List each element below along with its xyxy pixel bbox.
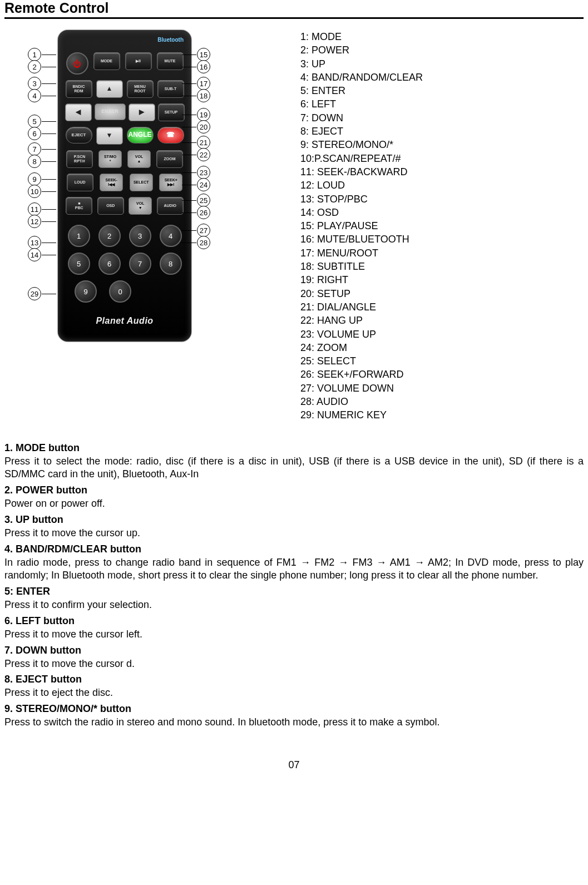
callout-19: 19 [197, 108, 210, 121]
band-button: BND/C RDM [66, 80, 92, 98]
audio-button: AUDIO [157, 197, 184, 215]
callout-13: 13 [28, 236, 41, 249]
callout-2: 2 [28, 60, 41, 73]
button-legend: 1: MODE2: POWER3: UP4: BAND/RANDOM/CLEAR… [300, 30, 579, 422]
legend-item: 10:P.SCAN/REPEAT/# [300, 152, 579, 165]
desc-text: In radio mode, press to change radio ban… [4, 556, 584, 583]
up-button: ▲ [96, 80, 123, 98]
title-underline [4, 17, 584, 19]
desc-heading: 2. POWER button [4, 484, 584, 496]
legend-item: 22: HANG UP [300, 314, 579, 327]
seek-fwd-button: SEEK+ ▶▶I [159, 174, 182, 191]
legend-item: 16: MUTE/BLUETOOTH [300, 233, 579, 246]
page-title: Remote Control [4, 0, 584, 16]
legend-item: 28: AUDIO [300, 395, 579, 408]
callout-16: 16 [197, 60, 210, 73]
numeric-key-3: 3 [129, 225, 151, 247]
legend-item: 8: EJECT [300, 125, 579, 138]
legend-item: 14: OSD [300, 206, 579, 219]
vol-down-button: VOL ▼ [129, 197, 152, 215]
callout-8: 8 [28, 155, 41, 168]
desc-heading: 3. UP button [4, 514, 584, 526]
desc-heading: 8. EJECT button [4, 674, 584, 685]
legend-item: 4: BAND/RANDOM/CLEAR [300, 71, 579, 84]
desc-heading: 6. LEFT button [4, 615, 584, 627]
callout-25: 25 [197, 194, 210, 207]
legend-item: 5: ENTER [300, 84, 579, 97]
power-button: ⏻ [66, 52, 88, 75]
numeric-key-1: 1 [68, 225, 90, 247]
bluetooth-icon: Bluetooth [157, 37, 184, 43]
callout-28: 28 [197, 236, 210, 249]
callout-23: 23 [197, 166, 210, 179]
callout-17: 17 [197, 77, 210, 90]
callout-20: 20 [197, 120, 210, 134]
callout-14: 14 [28, 248, 41, 261]
legend-item: 7: DOWN [300, 111, 579, 125]
desc-heading: 7. DOWN button [4, 645, 584, 656]
callout-3: 3 [28, 77, 41, 90]
loud-button: LOUD [67, 174, 93, 191]
legend-item: 25: SELECT [300, 354, 579, 368]
callout-9: 9 [28, 172, 41, 186]
callout-1: 1 [28, 48, 41, 61]
callout-24: 24 [197, 178, 210, 191]
desc-text: Press it to move the cursor left. [4, 628, 584, 641]
down-button: ▼ [96, 127, 123, 145]
remote-diagram: 123456789101112131429 Bluetooth ⏻ MODE ▶… [4, 30, 278, 364]
callout-5: 5 [28, 115, 41, 128]
setup-button: SETUP [158, 103, 185, 121]
seek-back-button: SEEK- I◀◀ [100, 174, 123, 191]
desc-text: Press it to select the mode: radio, disc… [4, 455, 584, 482]
stop-pbc-button: ■ PBC [66, 197, 92, 215]
callout-12: 12 [28, 215, 41, 228]
callout-6: 6 [28, 127, 41, 140]
pscan-button: P.SCN RPT/# [66, 150, 93, 168]
callout-21: 21 [197, 136, 210, 149]
callout-10: 10 [28, 185, 41, 198]
callout-4: 4 [28, 89, 41, 102]
brand-label: Planet Audio [63, 316, 186, 326]
mode-button: MODE [93, 52, 120, 70]
legend-item: 3: UP [300, 57, 579, 71]
left-button: ◀ [65, 103, 92, 121]
subtitle-button: SUB-T [157, 80, 184, 98]
legend-item: 23: VOLUME UP [300, 328, 579, 341]
mute-button: MUTE [157, 52, 184, 70]
numeric-key-8: 8 [160, 253, 182, 275]
callout-15: 15 [197, 48, 210, 61]
play-pause-button: ▶II [125, 52, 152, 70]
remote-body: Bluetooth ⏻ MODE ▶II MUTE BND/C RDM ▲ ME… [58, 30, 191, 342]
legend-item: 26: SEEK+/FORWARD [300, 368, 579, 381]
numeric-key-2: 2 [98, 225, 121, 247]
numeric-key-0: 0 [109, 280, 131, 303]
legend-item: 20: SETUP [300, 287, 579, 300]
hang-up-button: ☎ [157, 127, 184, 144]
legend-item: 11: SEEK-/BACKWARD [300, 165, 579, 179]
legend-item: 12: LOUD [300, 179, 579, 192]
desc-text: Power on or power off. [4, 497, 584, 511]
vol-up-button: VOL ▲ [127, 150, 151, 168]
angle-dial-button: ANGLE [127, 127, 154, 144]
desc-heading: 1. MODE button [4, 442, 584, 454]
desc-text: Press it to eject the disc. [4, 686, 584, 700]
select-button: SELECT [130, 174, 153, 191]
legend-item: 1: MODE [300, 30, 579, 43]
button-descriptions: 1. MODE buttonPress it to select the mod… [4, 442, 584, 729]
numeric-key-7: 7 [129, 253, 151, 275]
numeric-key-4: 4 [160, 225, 182, 247]
page-number: 07 [4, 759, 584, 771]
legend-item: 18: SUBTITLE [300, 260, 579, 273]
eject-button: EJECT [66, 127, 92, 144]
legend-item: 2: POWER [300, 43, 579, 57]
legend-item: 17: MENU/ROOT [300, 246, 579, 260]
numeric-key-6: 6 [98, 253, 121, 275]
stereo-mono-button: ST/MO * [98, 150, 122, 168]
callout-29: 29 [28, 287, 41, 300]
osd-button: OSD [97, 197, 124, 215]
callout-7: 7 [28, 142, 41, 156]
desc-text: Press it to confirm your selection. [4, 599, 584, 612]
callout-27: 27 [197, 224, 210, 237]
legend-item: 21: DIAL/ANGLE [300, 300, 579, 314]
legend-item: 29: NUMERIC KEY [300, 408, 579, 422]
